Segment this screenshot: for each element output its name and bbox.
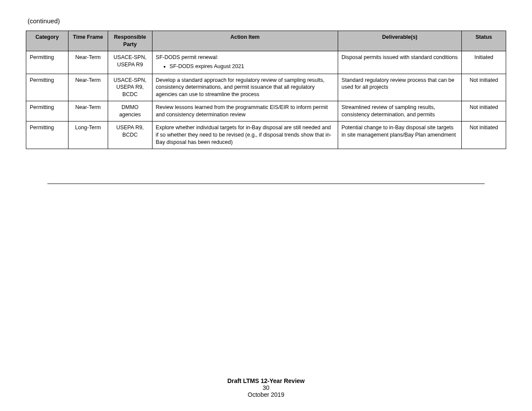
cell-deliverable: Streamlined review of sampling results, …: [338, 101, 461, 121]
table-header-row: Category Time Frame Responsible Party Ac…: [26, 31, 506, 51]
col-header-category: Category: [26, 31, 68, 51]
cell-status: Not initiated: [462, 121, 506, 149]
cell-timeframe: Long-Term: [68, 121, 108, 149]
cell-action: Review lessons learned from the programm…: [152, 101, 338, 121]
table-row: Permitting Near-Term DMMO agencies Revie…: [26, 101, 506, 121]
cell-timeframe: Near-Term: [68, 51, 108, 74]
cell-deliverable: Standard regulatory review process that …: [338, 74, 461, 101]
page-footer: Draft LTMS 12-Year Review 30 October 201…: [0, 377, 532, 398]
cell-action: Explore whether individual targets for i…: [152, 121, 338, 149]
document-page: (continued) Category Time Frame Responsi…: [0, 0, 532, 411]
action-intro: SF-DODS permit renewal:: [156, 54, 334, 61]
table-row: Permitting Near-Term USACE-SPN, USEPA R9…: [26, 51, 506, 74]
cell-status: Initiated: [462, 51, 506, 74]
cell-status: Not initiated: [462, 101, 506, 121]
action-bullets: SF-DODS expires August 2021: [156, 63, 334, 70]
cell-deliverable: Potential change to in-Bay disposal site…: [338, 121, 461, 149]
col-header-timeframe: Time Frame: [68, 31, 108, 51]
cell-responsible: USEPA R9, BCDC: [108, 121, 152, 149]
cell-responsible: USACE-SPN, USEPA R9: [108, 51, 152, 74]
cell-action: SF-DODS permit renewal: SF-DODS expires …: [152, 51, 338, 74]
cell-timeframe: Near-Term: [68, 74, 108, 101]
cell-deliverable: Disposal permits issued with standard co…: [338, 51, 461, 74]
footer-date: October 2019: [248, 391, 284, 398]
footer-separator: [47, 184, 485, 184]
cell-category: Permitting: [26, 121, 68, 149]
cell-category: Permitting: [26, 74, 68, 101]
action-items-table: Category Time Frame Responsible Party Ac…: [26, 31, 506, 149]
action-bullet: SF-DODS expires August 2021: [170, 63, 334, 70]
table-row: Permitting Near-Term USACE-SPN, USEPA R9…: [26, 74, 506, 101]
footer-title: Draft LTMS 12-Year Review: [227, 377, 305, 384]
cell-responsible: DMMO agencies: [108, 101, 152, 121]
cell-timeframe: Near-Term: [68, 101, 108, 121]
cell-responsible: USACE-SPN, USEPA R9, BCDC: [108, 74, 152, 101]
col-header-status: Status: [462, 31, 506, 51]
col-header-action: Action Item: [152, 31, 338, 51]
cell-category: Permitting: [26, 101, 68, 121]
table-row: Permitting Long-Term USEPA R9, BCDC Expl…: [26, 121, 506, 149]
continued-label: (continued): [28, 17, 506, 25]
footer-page-number: 30: [263, 384, 270, 391]
col-header-deliverable: Deliverable(s): [338, 31, 461, 51]
cell-status: Not initiated: [462, 74, 506, 101]
col-header-responsible: Responsible Party: [108, 31, 152, 51]
cell-action: Develop a standard approach for regulato…: [152, 74, 338, 101]
cell-category: Permitting: [26, 51, 68, 74]
